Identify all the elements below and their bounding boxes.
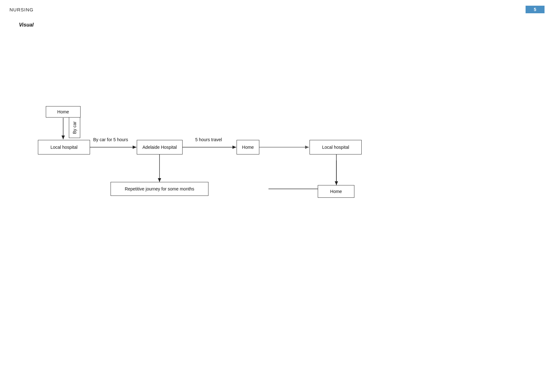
home-bottom-box: Home: [318, 185, 354, 198]
document-title: NURSING: [9, 7, 33, 12]
by-car-5hours-label: By car for 5 hours: [93, 137, 128, 142]
home-mid-box: Home: [237, 140, 259, 154]
page-number-badge: 5: [526, 6, 545, 13]
repetitive-journey-box: Repetitive journey for some months: [111, 182, 208, 196]
diagram-container: Home By car Local hospital By car for 5 …: [0, 34, 554, 224]
5hours-travel-label: 5 hours travel: [195, 137, 222, 142]
by-car-rotated-box: By car: [69, 117, 80, 138]
page-header: NURSING 5: [0, 0, 554, 16]
section-label: Visual: [0, 16, 554, 28]
home-top-box: Home: [46, 106, 81, 118]
local-hospital-box: Local hospital: [38, 140, 90, 154]
local-hospital-right-box: Local hospital: [310, 140, 362, 154]
adelaide-hospital-box: Adelaide Hospital: [137, 140, 183, 154]
